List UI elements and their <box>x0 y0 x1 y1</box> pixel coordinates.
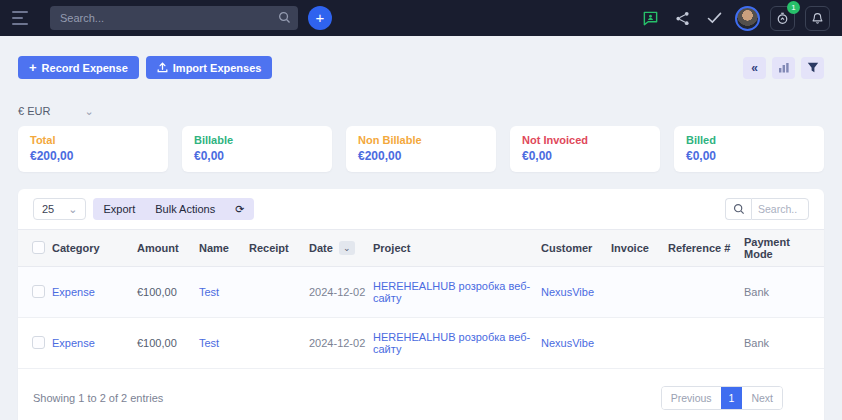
expenses-table-card: 25 ⌄ Export Bulk Actions ⟳ <box>18 189 824 420</box>
table-search <box>725 198 809 220</box>
expense-name-link[interactable]: Test <box>199 286 219 298</box>
expense-payment-mode: Bank <box>744 318 824 369</box>
filter-button[interactable] <box>801 57 824 79</box>
page-size-value: 25 <box>42 203 54 215</box>
import-expenses-button[interactable]: Import Expenses <box>146 56 273 79</box>
row-checkbox[interactable] <box>32 285 45 298</box>
expense-category-link[interactable]: Expense <box>52 337 95 349</box>
card-label: Non Billable <box>358 134 484 146</box>
page-size-select[interactable]: 25 ⌄ <box>33 198 86 220</box>
expense-invoice <box>611 318 668 369</box>
summary-card-billable: Billable €0,00 <box>182 126 332 172</box>
timer-button[interactable]: 1 <box>770 6 795 31</box>
column-header-project[interactable]: Project <box>373 230 541 267</box>
next-page-button[interactable]: Next <box>742 387 782 409</box>
summary-card-total: Total €200,00 <box>18 126 168 172</box>
expense-name-link[interactable]: Test <box>199 337 219 349</box>
date-sort-button[interactable]: ⌄ <box>339 241 355 255</box>
expense-date: 2024-12-02 <box>309 318 373 369</box>
actions-row: + Record Expense Import Expenses « <box>18 56 824 79</box>
card-value: €200,00 <box>30 149 156 163</box>
card-value: €200,00 <box>358 149 484 163</box>
column-header-name[interactable]: Name <box>199 230 249 267</box>
expense-amount: €100,00 <box>137 267 199 318</box>
column-header-payment-mode[interactable]: Payment Mode <box>744 230 824 267</box>
notifications-button[interactable] <box>805 6 830 31</box>
upload-icon <box>157 62 168 73</box>
plus-icon: + <box>29 60 37 75</box>
expense-amount: €100,00 <box>137 318 199 369</box>
card-label: Not Invoiced <box>522 134 648 146</box>
table-footer: Showing 1 to 2 of 2 entries Previous 1 N… <box>18 369 824 420</box>
record-expense-button[interactable]: + Record Expense <box>18 56 139 79</box>
expense-customer-link[interactable]: NexusVibe <box>541 286 594 298</box>
summary-cards: Total €200,00 Billable €0,00 Non Billabl… <box>18 126 824 172</box>
global-search-input[interactable] <box>50 6 298 30</box>
chevron-down-icon: ⌄ <box>343 243 351 253</box>
collapse-button[interactable]: « <box>743 57 766 79</box>
table-row: Expense €100,00 Test 2024-12-02 HEREHEAL… <box>18 318 824 369</box>
currency-value: € EUR <box>18 105 50 117</box>
chevron-down-icon: ⌄ <box>84 107 93 115</box>
table-search-button[interactable] <box>725 198 751 220</box>
column-header-invoice[interactable]: Invoice <box>611 230 668 267</box>
summary-card-billed: Billed €0,00 <box>674 126 824 172</box>
expense-payment-mode: Bank <box>744 267 824 318</box>
support-chat-icon[interactable] <box>639 7 661 29</box>
expense-project-link[interactable]: HEREHEALHUB розробка веб-сайту <box>373 331 530 355</box>
table-actions-group: Export Bulk Actions ⟳ <box>93 198 254 220</box>
search-icon <box>278 11 291 24</box>
bar-chart-icon <box>778 62 790 73</box>
card-value: €0,00 <box>686 149 812 163</box>
top-navbar: + 1 <box>0 0 842 36</box>
chart-view-button[interactable] <box>772 57 795 79</box>
card-label: Billable <box>194 134 320 146</box>
row-checkbox[interactable] <box>32 336 45 349</box>
card-value: €0,00 <box>194 149 320 163</box>
currency-select[interactable]: € EUR ⌄ <box>18 105 824 117</box>
chevron-down-icon: ⌄ <box>68 205 77 213</box>
filter-icon <box>807 62 819 73</box>
column-header-customer[interactable]: Customer <box>541 230 611 267</box>
page-1-button[interactable]: 1 <box>721 387 743 409</box>
user-avatar[interactable] <box>735 6 760 31</box>
card-label: Total <box>30 134 156 146</box>
expense-receipt <box>249 318 309 369</box>
global-search <box>50 6 298 30</box>
table-header-row: Category Amount Name Receipt Date ⌄ Proj… <box>18 230 824 267</box>
expense-date: 2024-12-02 <box>309 267 373 318</box>
bell-icon <box>811 12 824 25</box>
export-button[interactable]: Export <box>93 203 145 215</box>
column-header-reference[interactable]: Reference # <box>668 230 744 267</box>
refresh-button[interactable]: ⟳ <box>225 203 254 216</box>
card-value: €0,00 <box>522 149 648 163</box>
column-header-category[interactable]: Category <box>52 230 137 267</box>
card-label: Billed <box>686 134 812 146</box>
expense-reference <box>668 318 744 369</box>
share-icon[interactable] <box>671 7 693 29</box>
check-icon[interactable] <box>703 7 725 29</box>
select-all-checkbox[interactable] <box>32 241 45 254</box>
expense-invoice <box>611 267 668 318</box>
pagination: Previous 1 Next <box>661 386 783 410</box>
expense-project-link[interactable]: HEREHEALHUB розробка веб-сайту <box>373 280 530 304</box>
main-content: + Record Expense Import Expenses « € EUR… <box>0 36 842 420</box>
menu-icon[interactable] <box>12 11 30 25</box>
summary-card-non-billable: Non Billable €200,00 <box>346 126 496 172</box>
expense-category-link[interactable]: Expense <box>52 286 95 298</box>
entries-summary: Showing 1 to 2 of 2 entries <box>33 392 163 404</box>
table-search-input[interactable] <box>751 198 809 220</box>
previous-page-button[interactable]: Previous <box>662 387 721 409</box>
timer-badge: 1 <box>787 1 800 14</box>
column-header-amount[interactable]: Amount <box>137 230 199 267</box>
quick-add-button[interactable]: + <box>308 6 332 30</box>
summary-card-not-invoiced: Not Invoiced €0,00 <box>510 126 660 172</box>
column-header-receipt[interactable]: Receipt <box>249 230 309 267</box>
expense-reference <box>668 267 744 318</box>
search-icon <box>733 203 745 215</box>
collapse-icon: « <box>751 61 758 75</box>
column-header-date[interactable]: Date ⌄ <box>309 230 373 267</box>
bulk-actions-button[interactable]: Bulk Actions <box>145 203 225 215</box>
expense-customer-link[interactable]: NexusVibe <box>541 337 594 349</box>
expenses-table: Category Amount Name Receipt Date ⌄ Proj… <box>18 229 824 369</box>
